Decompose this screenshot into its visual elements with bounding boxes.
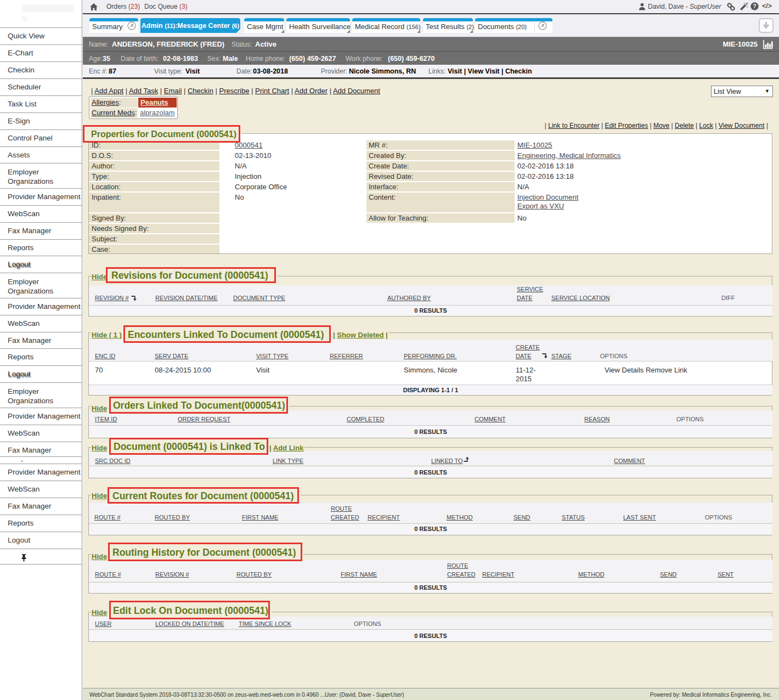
svg-text:?: ? — [753, 3, 756, 9]
